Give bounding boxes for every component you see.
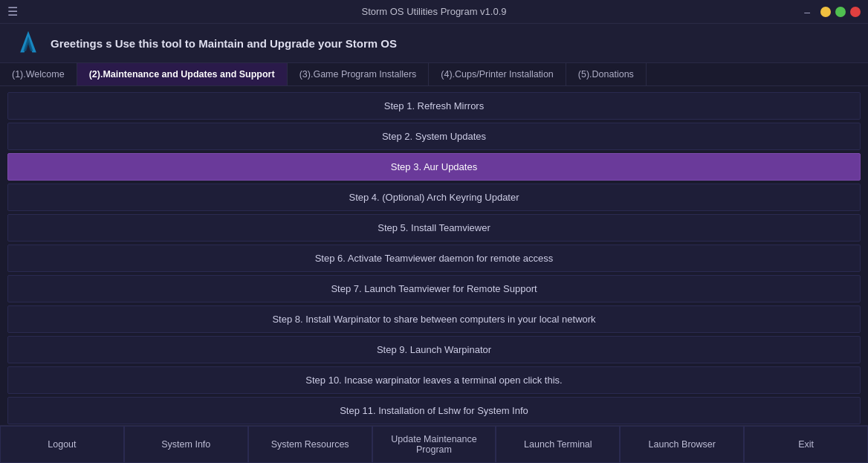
- step-button-step1[interactable]: Step 1. Refresh Mirrors: [7, 92, 861, 120]
- tab-bar: (1).Welcome(2).Maintenance and Updates a…: [0, 63, 868, 86]
- tab-tab2[interactable]: (2).Maintenance and Updates and Support: [77, 63, 288, 85]
- footer: LogoutSystem InfoSystem ResourcesUpdate …: [0, 425, 868, 463]
- step-button-step11[interactable]: Step 11. Installation of Lshw for System…: [7, 397, 861, 424]
- titlebar-title: Storm OS Utilities Program v1.0.9: [361, 6, 506, 17]
- close-button[interactable]: [850, 7, 861, 17]
- arch-logo: [15, 30, 42, 56]
- titlebar-controls: –: [804, 6, 861, 18]
- tab-tab5[interactable]: (5).Donations: [566, 63, 647, 85]
- footer-btn-system-info[interactable]: System Info: [124, 426, 248, 463]
- header: Greetings s Use this tool to Maintain an…: [0, 24, 868, 63]
- footer-btn-system-resources[interactable]: System Resources: [248, 426, 372, 463]
- titlebar: ☰ Storm OS Utilities Program v1.0.9 –: [0, 0, 868, 24]
- footer-btn-launch-terminal[interactable]: Launch Terminal: [496, 426, 620, 463]
- step-button-step6[interactable]: Step 6. Activate Teamviewer daemon for r…: [7, 245, 861, 272]
- step-button-step5[interactable]: Step 5. Install Teamviewer: [7, 214, 861, 242]
- footer-btn-update-maintenance[interactable]: Update Maintenance Program: [372, 426, 496, 463]
- footer-btn-exit[interactable]: Exit: [744, 426, 868, 463]
- step-button-step8[interactable]: Step 8. Install Warpinator to share betw…: [7, 305, 861, 333]
- tab-tab4[interactable]: (4).Cups/Printer Installation: [429, 63, 566, 85]
- tab-tab3[interactable]: (3).Game Program Installers: [288, 63, 430, 85]
- step-button-step2[interactable]: Step 2. System Updates: [7, 123, 861, 150]
- minimize-button[interactable]: [820, 7, 831, 17]
- maximize-button[interactable]: [835, 7, 846, 17]
- footer-btn-logout[interactable]: Logout: [0, 426, 124, 463]
- titlebar-left: ☰: [7, 4, 18, 19]
- main-content: Step 1. Refresh MirrorsStep 2. System Up…: [0, 86, 868, 425]
- step-button-step4[interactable]: Step 4. (Optional) Arch Keyring Updater: [7, 184, 861, 211]
- step-button-step9[interactable]: Step 9. Launch Warpinator: [7, 336, 861, 363]
- step-button-step3[interactable]: Step 3. Aur Updates: [7, 153, 861, 181]
- footer-btn-launch-browser[interactable]: Launch Browser: [620, 426, 744, 463]
- header-greeting: Greetings s Use this tool to Maintain an…: [51, 37, 397, 50]
- menu-icon[interactable]: ☰: [7, 4, 18, 19]
- step-button-step10[interactable]: Step 10. Incase warpinator leaves a term…: [7, 366, 861, 394]
- tab-tab1[interactable]: (1).Welcome: [0, 63, 77, 85]
- step-button-step7[interactable]: Step 7. Launch Teamviewer for Remote Sup…: [7, 275, 861, 302]
- titlebar-dash: –: [804, 6, 810, 18]
